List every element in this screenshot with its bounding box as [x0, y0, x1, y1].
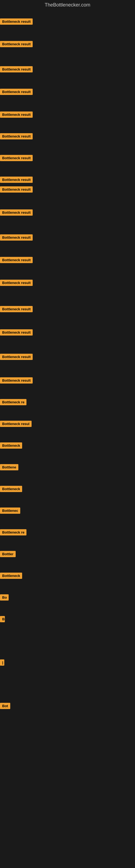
site-title: TheBottlenecker.com — [0, 0, 135, 11]
bottleneck-badge: Bottleneck result — [0, 306, 33, 312]
list-item: Bottleneck — [0, 486, 22, 493]
list-item: Bottleneck result — [0, 209, 33, 217]
list-item: | — [0, 659, 4, 667]
bottleneck-badge: Bottleneck result — [0, 235, 33, 241]
list-item: Bottleneck result — [0, 329, 33, 337]
list-item: Bottleneck resul — [0, 421, 32, 428]
list-item: Bottleneck — [0, 442, 22, 450]
list-item: Bot — [0, 703, 10, 710]
list-item: Bottleneck result — [0, 66, 33, 73]
bottleneck-badge: | — [0, 659, 4, 665]
bottleneck-badge: Bottleneck result — [0, 155, 33, 161]
list-item: Bottleneck — [0, 572, 22, 580]
bottleneck-badge: Bottleneck result — [0, 280, 33, 286]
bottleneck-badge: Bottleneck result — [0, 257, 33, 263]
bottleneck-badge: Bottleneck result — [0, 377, 33, 383]
list-item: Bottler — [0, 551, 16, 558]
bottleneck-badge: Bottleneck result — [0, 89, 33, 95]
bottleneck-badge: Bottleneck re — [0, 399, 27, 405]
bottleneck-badge: Bot — [0, 703, 10, 709]
list-item: Bottleneck result — [0, 89, 33, 96]
bottleneck-badge: B — [0, 616, 5, 622]
bottleneck-badge: Bottleneck result — [0, 209, 33, 216]
list-item: Bottleneck re — [0, 399, 27, 406]
bottleneck-badge: Bottleneck result — [0, 66, 33, 72]
list-item: Bottleneck result — [0, 186, 33, 194]
bottleneck-badge: Bottleneck result — [0, 41, 33, 47]
list-item: B — [0, 616, 5, 623]
bottleneck-badge: Bottler — [0, 551, 16, 557]
bottleneck-badge: Bottleneck — [0, 442, 22, 448]
bottleneck-badge: Bottleneck — [0, 572, 22, 579]
list-item: Bottleneck result — [0, 133, 33, 141]
list-item: Bottleneck result — [0, 19, 33, 26]
bottleneck-badge: Bo — [0, 594, 9, 600]
bottleneck-badge: Bottleneck result — [0, 329, 33, 336]
bottleneck-badge: Bottleneck result — [0, 19, 33, 25]
bottleneck-badge: Bottleneck resul — [0, 421, 32, 427]
list-item: Bottlenec — [0, 507, 20, 515]
list-item: Bottleneck result — [0, 155, 33, 162]
list-item: Bottlene — [0, 464, 18, 471]
list-item: Bottleneck result — [0, 377, 33, 384]
bottleneck-badge: Bottleneck — [0, 486, 22, 492]
bottleneck-badge: Bottleneck re — [0, 529, 27, 535]
list-item: Bottleneck result — [0, 177, 33, 184]
list-item: Bottleneck result — [0, 257, 33, 264]
bottleneck-badge: Bottleneck result — [0, 354, 33, 360]
list-item: Bottleneck result — [0, 235, 33, 242]
list-item: Bottleneck result — [0, 41, 33, 48]
list-item: Bottleneck result — [0, 280, 33, 287]
bottleneck-badge: Bottleneck result — [0, 186, 33, 193]
bottleneck-badge: Bottleneck result — [0, 112, 33, 118]
list-item: Bottleneck result — [0, 306, 33, 313]
list-item: Bottleneck result — [0, 112, 33, 119]
list-item: Bottleneck result — [0, 354, 33, 361]
list-item: Bo — [0, 594, 9, 601]
bottleneck-badge: Bottleneck result — [0, 177, 33, 183]
list-item: Bottleneck re — [0, 529, 27, 536]
bottleneck-badge: Bottlenec — [0, 507, 20, 514]
bottleneck-badge: Bottleneck result — [0, 133, 33, 140]
bottleneck-badge: Bottlene — [0, 464, 18, 470]
